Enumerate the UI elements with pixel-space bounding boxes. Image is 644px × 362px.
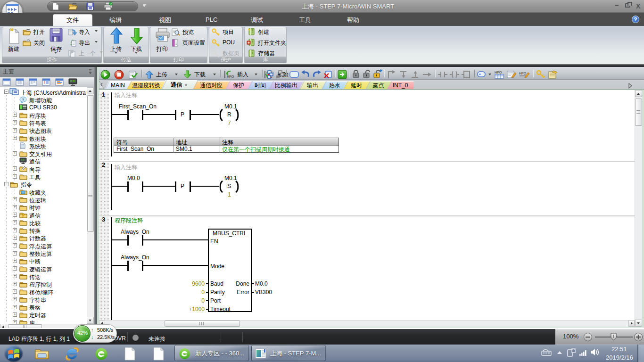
svg-text:HPO: HPO [227,75,234,78]
svg-text:HPO: HPO [495,71,502,74]
svg-text:HPO: HPO [519,72,527,75]
svg-text:?: ? [22,98,25,102]
